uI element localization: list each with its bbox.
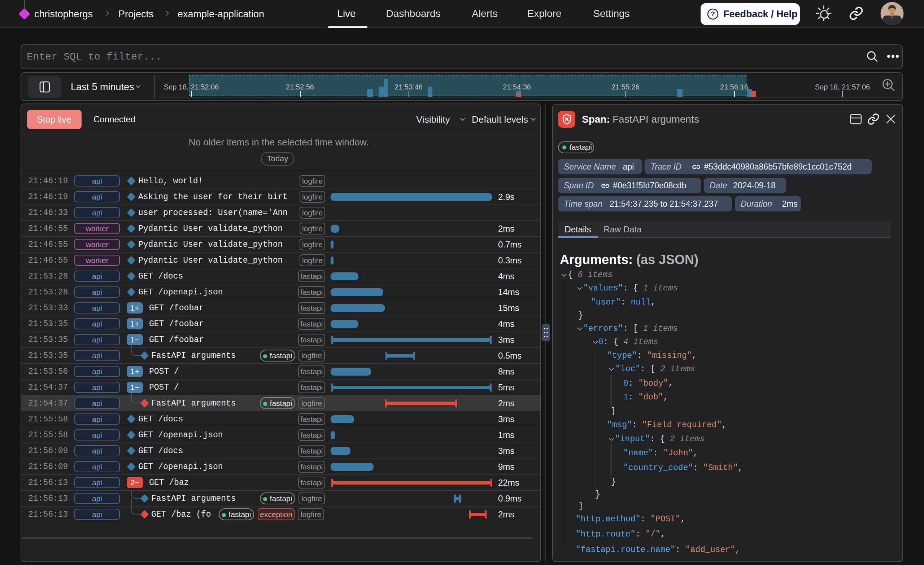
svg-text:?: ? [711,10,715,18]
